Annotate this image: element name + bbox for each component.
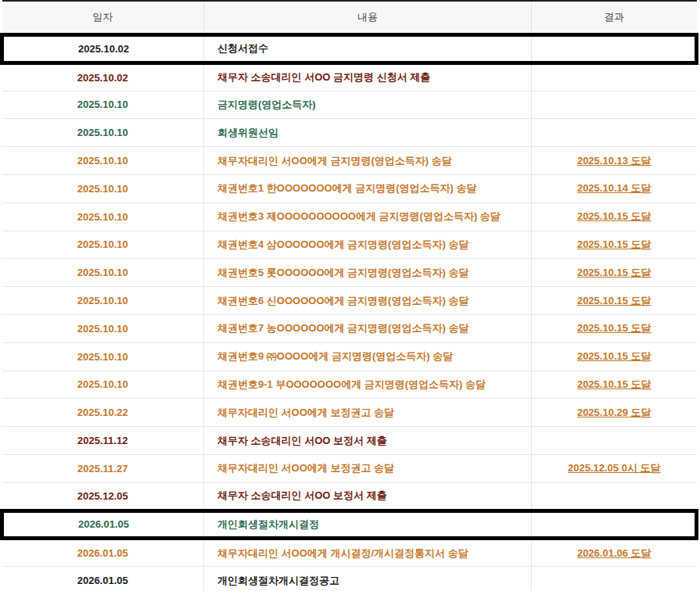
content-cell: 채권번호7 농OOOOOO에게 금지명령(영업소득자) 송달 xyxy=(204,314,532,342)
result-link[interactable]: 2026.01.06 도달 xyxy=(577,547,652,559)
date-cell: 2025.10.10 xyxy=(2,174,204,202)
table-row: 2025.10.22 채무자대리인 서OO에게 보정권고 송달 2025.10.… xyxy=(2,399,697,427)
table-row: 2025.10.10 금지명령(영업소득자) xyxy=(2,91,697,119)
result-link[interactable]: 2025.10.15 도달 xyxy=(577,238,652,250)
table-row: 2025.10.10 채권번호9 ㈜OOOO에게 금지명령(영업소득자) 송달 … xyxy=(2,342,697,371)
result-link[interactable]: 2025.10.15 도달 xyxy=(577,322,652,334)
content-cell: 금지명령(영업소득자) xyxy=(204,91,532,119)
content-cell: 신청서접수 xyxy=(204,35,532,63)
table-row: 2025.10.10 채권번호7 농OOOOOO에게 금지명령(영업소득자) 송… xyxy=(2,314,697,342)
result-cell: 2025.10.13 도달 xyxy=(532,147,697,175)
date-cell: 2025.10.10 xyxy=(2,287,204,315)
result-cell: 2025.10.15 도달 xyxy=(532,314,697,342)
content-cell: 채권번호6 신OOOOOO에게 금지명령(영업소득자) 송달 xyxy=(204,287,532,315)
result-link[interactable]: 2025.10.15 도달 xyxy=(577,350,652,362)
table-row: 2025.10.10 채권번호4 삼OOOOOO에게 금지명령(영업소득자) 송… xyxy=(2,231,697,259)
result-cell: 2025.10.29 도달 xyxy=(532,399,697,427)
result-cell xyxy=(532,119,697,147)
content-cell: 채무자대리인 서OO에게 개시결정/개시결정통지서 송달 xyxy=(204,539,532,567)
date-cell: 2025.10.10 xyxy=(2,119,204,147)
result-cell: 2025.10.14 도달 xyxy=(532,174,697,202)
date-cell: 2026.01.05 xyxy=(2,567,204,591)
table-row: 2025.11.12 채무자 소송대리인 서OO 보정서 제출 xyxy=(2,427,697,455)
table-row: 2025.10.02 채무자 소송대리인 서OO 금지명령 신청서 제출 xyxy=(2,63,697,91)
table-row: 2025.10.10 회생위원선임 xyxy=(2,119,697,147)
result-link[interactable]: 2025.10.13 도달 xyxy=(577,155,652,167)
date-cell: 2025.10.10 xyxy=(2,91,204,119)
result-link[interactable]: 2025.10.15 도달 xyxy=(577,267,652,278)
date-cell: 2025.12.05 xyxy=(2,482,204,510)
result-cell: 2025.10.15 도달 xyxy=(532,371,697,399)
content-cell: 회생위원선임 xyxy=(204,119,532,147)
content-cell: 개인회생절차개시결정공고 xyxy=(204,567,532,591)
header-date: 일자 xyxy=(2,1,204,35)
result-cell: 2026.01.06 도달 xyxy=(532,539,697,567)
result-cell: 2025.10.15 도달 xyxy=(532,231,697,259)
date-cell: 2025.10.10 xyxy=(2,342,204,371)
content-cell: 채권번호9-1 부OOOOOOO에게 금지명령(영업소득자) 송달 xyxy=(204,371,532,399)
result-cell xyxy=(532,427,697,455)
result-link[interactable]: 2025.10.15 도달 xyxy=(577,210,652,222)
content-cell: 개인회생절차개시결정 xyxy=(204,510,532,539)
date-cell: 2025.11.27 xyxy=(2,454,204,482)
content-cell: 채권번호1 한OOOOOOO에게 금지명령(영업소득자) 송달 xyxy=(204,174,532,202)
date-cell: 2025.10.10 xyxy=(2,202,204,231)
result-link[interactable]: 2025.10.15 도달 xyxy=(577,378,652,390)
case-table-body: 2025.10.02 신청서접수 2025.10.02 채무자 소송대리인 서O… xyxy=(2,35,697,591)
date-cell: 2026.01.05 xyxy=(2,510,204,539)
table-row: 2025.10.10 채무자대리인 서OO에게 금지명령(영업소득자) 송달 2… xyxy=(2,147,697,175)
result-cell: 2025.10.15 도달 xyxy=(532,287,697,315)
date-cell: 2025.10.10 xyxy=(2,259,204,287)
content-cell: 채무자 소송대리인 서OO 보정서 제출 xyxy=(204,482,532,510)
table-row: 2025.12.05 채무자 소송대리인 서OO 보정서 제출 xyxy=(2,482,697,510)
result-cell xyxy=(532,482,697,510)
date-cell: 2025.10.02 xyxy=(2,35,204,63)
content-cell: 채권번호4 삼OOOOOO에게 금지명령(영업소득자) 송달 xyxy=(204,231,532,259)
result-cell xyxy=(532,510,697,539)
date-cell: 2025.10.10 xyxy=(2,371,204,399)
content-cell: 채무자대리인 서OO에게 보정권고 송달 xyxy=(204,399,532,427)
table-row: 2026.01.05 개인회생절차개시결정공고 xyxy=(2,567,697,591)
table-row: 2025.10.10 채권번호9-1 부OOOOOOO에게 금지명령(영업소득자… xyxy=(2,371,697,399)
result-cell xyxy=(532,63,697,91)
content-cell: 채권번호5 롯OOOOOO에게 금지명령(영업소득자) 송달 xyxy=(204,259,532,287)
table-row: 2025.10.10 채권번호5 롯OOOOOO에게 금지명령(영업소득자) 송… xyxy=(2,259,697,287)
date-cell: 2025.10.22 xyxy=(2,399,204,427)
content-cell: 채무자대리인 서OO에게 보정권고 송달 xyxy=(204,454,532,482)
result-link[interactable]: 2025.12.05 0시 도달 xyxy=(568,462,661,474)
table-row: 2025.10.10 채권번호1 한OOOOOOO에게 금지명령(영업소득자) … xyxy=(2,174,697,202)
table-row: 2025.10.10 채권번호3 제OOOOOOOOOO에게 금지명령(영업소득… xyxy=(2,202,697,231)
content-cell: 채무자 소송대리인 서OO 보정서 제출 xyxy=(204,427,532,455)
table-row: 2026.01.05 채무자대리인 서OO에게 개시결정/개시결정통지서 송달 … xyxy=(2,539,697,567)
date-cell: 2025.10.02 xyxy=(2,63,204,91)
result-cell: 2025.12.05 0시 도달 xyxy=(532,454,697,482)
table-row: 2025.10.02 신청서접수 xyxy=(2,35,697,63)
date-cell: 2025.10.10 xyxy=(2,231,204,259)
result-cell: 2025.10.15 도달 xyxy=(532,259,697,287)
result-cell: 2025.10.15 도달 xyxy=(532,342,697,371)
case-progress-table: 일자 내용 결과 2025.10.02 신청서접수 2025.10.02 채무자… xyxy=(0,0,698,591)
date-cell: 2025.10.10 xyxy=(2,314,204,342)
result-link[interactable]: 2025.10.29 도달 xyxy=(577,407,652,418)
table-row: 2025.11.27 채무자대리인 서OO에게 보정권고 송달 2025.12.… xyxy=(2,454,697,482)
result-cell: 2025.10.15 도달 xyxy=(532,202,697,231)
header-content: 내용 xyxy=(204,1,532,35)
table-header: 일자 내용 결과 xyxy=(2,1,697,35)
result-cell xyxy=(532,35,697,63)
content-cell: 채무자대리인 서OO에게 금지명령(영업소득자) 송달 xyxy=(204,147,532,175)
result-cell xyxy=(532,91,697,119)
content-cell: 채권번호3 제OOOOOOOOOO에게 금지명령(영업소득자) 송달 xyxy=(204,202,532,231)
date-cell: 2025.11.12 xyxy=(2,427,204,455)
result-link[interactable]: 2025.10.14 도달 xyxy=(577,182,652,194)
header-result: 결과 xyxy=(532,1,697,35)
result-link[interactable]: 2025.10.15 도달 xyxy=(577,295,652,306)
table-row: 2025.10.10 채권번호6 신OOOOOO에게 금지명령(영업소득자) 송… xyxy=(2,287,697,315)
table-row: 2026.01.05 개인회생절차개시결정 xyxy=(2,510,697,539)
content-cell: 채무자 소송대리인 서OO 금지명령 신청서 제출 xyxy=(204,63,532,91)
case-progress-section: 일자 내용 결과 2025.10.02 신청서접수 2025.10.02 채무자… xyxy=(0,0,695,591)
date-cell: 2025.10.10 xyxy=(2,147,204,175)
result-cell xyxy=(532,567,697,591)
content-cell: 채권번호9 ㈜OOOO에게 금지명령(영업소득자) 송달 xyxy=(204,342,532,371)
date-cell: 2026.01.05 xyxy=(2,539,204,567)
header-row: 일자 내용 결과 xyxy=(2,1,697,35)
